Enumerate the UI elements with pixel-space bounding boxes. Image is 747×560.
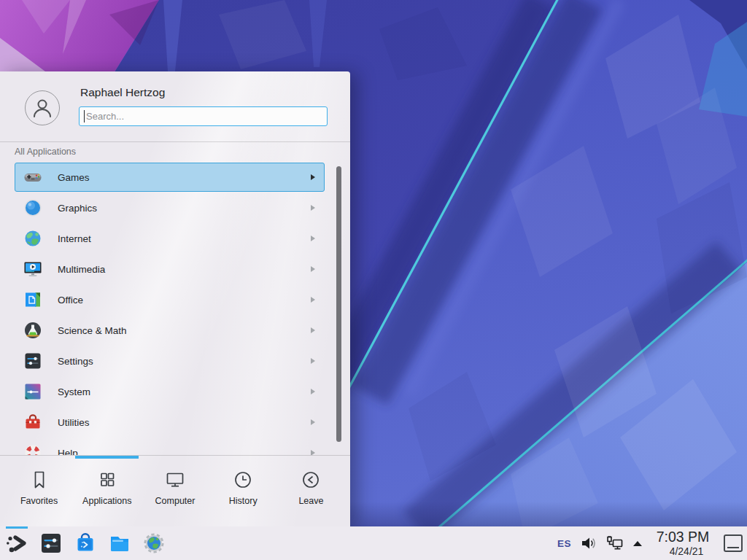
text-cursor — [84, 110, 85, 122]
tab-label: Computer — [155, 496, 196, 506]
search-input[interactable] — [79, 106, 328, 126]
submenu-arrow-icon — [311, 297, 315, 303]
category-label: Multimedia — [58, 264, 311, 275]
app-grid-icon — [96, 469, 118, 491]
globe-gear-icon — [142, 532, 166, 555]
tab-label: History — [229, 496, 258, 506]
application-launcher-button[interactable] — [4, 530, 30, 556]
category-row-science-math[interactable]: Science & Math — [15, 316, 325, 345]
gamepad-icon — [23, 168, 42, 187]
globe-icon — [23, 229, 42, 248]
leave-icon — [300, 469, 322, 491]
submenu-arrow-icon — [311, 419, 315, 425]
system-tray: ES 7:03 PM 4/24/21 — [557, 526, 743, 560]
tab-favorites[interactable]: Favorites — [5, 459, 73, 524]
bookmark-icon — [28, 469, 50, 491]
user-icon — [30, 96, 55, 120]
category-label: Help — [58, 448, 311, 456]
volume-icon[interactable] — [581, 535, 597, 551]
category-label: Office — [58, 295, 311, 306]
section-label: All Applications — [15, 147, 76, 157]
category-row-system[interactable]: System — [15, 377, 325, 406]
kickoff-icon — [5, 532, 28, 555]
discover-taskbar-button[interactable] — [72, 530, 98, 556]
category-row-internet[interactable]: Internet — [15, 224, 325, 253]
history-clock-icon — [232, 469, 254, 491]
system-settings-taskbar-button[interactable] — [38, 530, 64, 556]
web-browser-taskbar-button[interactable] — [141, 530, 167, 556]
search-field-wrapper — [79, 106, 328, 126]
category-label: Utilities — [58, 417, 311, 428]
settings-sliders-icon — [39, 532, 63, 555]
submenu-arrow-icon — [311, 205, 315, 211]
header-separator — [0, 141, 350, 142]
tab-leave[interactable]: Leave — [277, 459, 345, 524]
tab-history[interactable]: History — [209, 459, 277, 524]
tabbar-separator — [0, 455, 350, 456]
clock-date: 4/24/21 — [651, 546, 714, 556]
category-row-multimedia[interactable]: Multimedia — [15, 254, 325, 284]
expand-tray-button[interactable] — [633, 541, 642, 546]
file-manager-taskbar-button[interactable] — [107, 530, 133, 556]
category-label: Internet — [58, 233, 311, 244]
submenu-arrow-icon — [311, 358, 315, 364]
submenu-arrow-icon — [311, 389, 315, 394]
tab-applications[interactable]: Applications — [73, 459, 141, 524]
user-name: Raphael Hertzog — [80, 86, 165, 99]
category-label: Graphics — [58, 203, 311, 214]
media-screen-icon — [23, 260, 42, 279]
document-icon — [23, 290, 42, 309]
category-label: System — [58, 386, 311, 397]
clock-time: 7:03 PM — [651, 530, 714, 545]
category-label: Games — [58, 172, 311, 183]
computer-icon — [164, 469, 186, 491]
tab-label: Applications — [82, 496, 131, 506]
submenu-arrow-icon — [311, 236, 315, 241]
launcher-tabbar: Favorites Applications C — [5, 459, 345, 524]
submenu-arrow-icon — [311, 327, 315, 333]
submenu-arrow-icon — [311, 174, 315, 180]
user-avatar[interactable] — [25, 90, 60, 125]
category-row-office[interactable]: Office — [15, 285, 325, 314]
show-desktop-button[interactable] — [724, 534, 743, 552]
tab-label: Favorites — [20, 496, 58, 506]
category-label: Science & Math — [58, 325, 311, 336]
keyboard-layout-indicator[interactable]: ES — [557, 538, 571, 549]
category-label: Settings — [58, 356, 311, 367]
discover-bag-icon — [74, 532, 97, 555]
category-row-help[interactable]: Help — [15, 438, 325, 455]
blue-folder-icon — [108, 532, 131, 555]
desktop: Raphael Hertzog All Applications — [0, 0, 747, 560]
category-row-games[interactable]: Games — [15, 163, 325, 192]
taskbar-app-icons — [0, 530, 167, 556]
lifebuoy-icon — [23, 443, 42, 455]
system-slider-icon — [23, 382, 42, 401]
application-launcher-menu: Raphael Hertzog All Applications — [0, 71, 350, 526]
category-row-settings[interactable]: Settings — [15, 346, 325, 376]
category-row-graphics[interactable]: Graphics — [15, 193, 325, 222]
desktop-line — [727, 547, 739, 548]
flask-icon — [23, 321, 42, 340]
tab-computer[interactable]: Computer — [141, 459, 209, 524]
submenu-arrow-icon — [311, 266, 315, 272]
submenu-arrow-icon — [311, 450, 315, 455]
category-list: Games Graphics — [0, 163, 350, 455]
active-task-indicator — [6, 526, 28, 529]
digital-clock[interactable]: 7:03 PM 4/24/21 — [651, 530, 714, 556]
wired-network-icon[interactable] — [606, 535, 624, 551]
active-tab-indicator — [75, 456, 139, 459]
tab-label: Leave — [298, 496, 323, 506]
taskbar-panel: ES 7:03 PM 4/24/21 — [0, 526, 747, 560]
toolbox-icon — [23, 413, 42, 432]
sliders-icon — [23, 351, 42, 370]
sphere-icon — [23, 198, 42, 217]
category-row-utilities[interactable]: Utilities — [15, 408, 325, 437]
list-scrollbar[interactable] — [336, 166, 341, 442]
